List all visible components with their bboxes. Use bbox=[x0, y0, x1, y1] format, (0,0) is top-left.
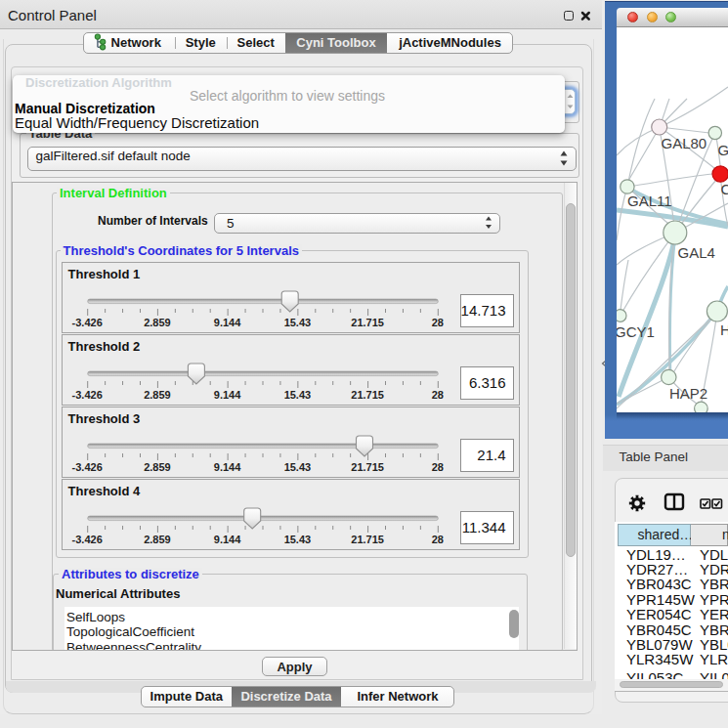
svg-text:GAL11: GAL11 bbox=[627, 193, 672, 209]
svg-text:GA: GA bbox=[718, 142, 728, 158]
svg-text:GCY1: GCY1 bbox=[617, 323, 655, 340]
svg-text:HAP2: HAP2 bbox=[669, 385, 707, 402]
svg-text:H: H bbox=[720, 321, 728, 338]
svg-text:GAL4: GAL4 bbox=[678, 244, 715, 261]
svg-text:GAL80: GAL80 bbox=[662, 135, 707, 151]
svg-text:CY: CY bbox=[721, 181, 728, 197]
